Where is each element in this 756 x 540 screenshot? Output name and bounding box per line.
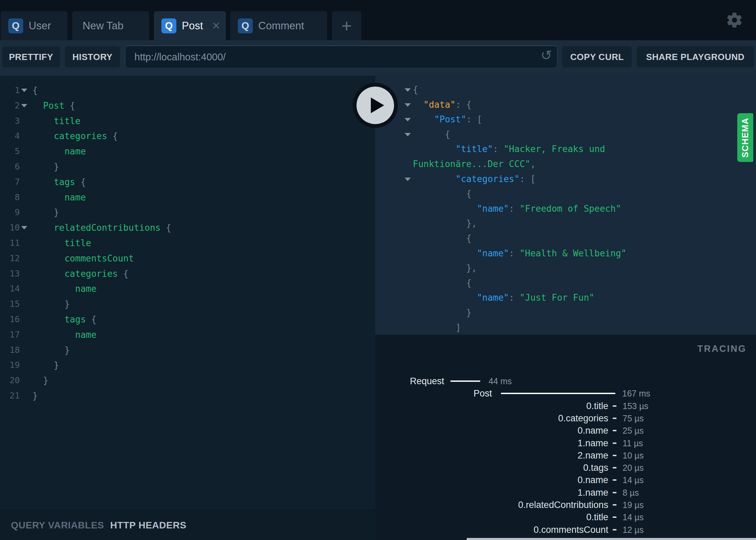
query-variables-toggle[interactable]: QUERY VARIABLES	[11, 520, 104, 531]
tracing-field-label: 0.title	[375, 511, 608, 523]
editor-line[interactable]: 20 }	[0, 373, 375, 388]
tracing-dash	[613, 516, 616, 518]
endpoint-input[interactable]	[125, 45, 557, 69]
line-number: 18	[0, 343, 20, 358]
fold-arrow-icon[interactable]	[405, 103, 411, 107]
editor-line[interactable]: 14 name	[0, 281, 375, 297]
response-line: {	[375, 231, 756, 246]
editor-line[interactable]: 9 }	[0, 205, 375, 220]
tracing-duration-value: 25 µs	[623, 424, 644, 437]
tracing-field-label: Request	[375, 375, 444, 387]
fold-arrow-icon[interactable]	[21, 89, 27, 92]
editor-line[interactable]: 11 title	[0, 236, 375, 251]
editor-line[interactable]: 13 categories {	[0, 266, 375, 282]
fold-arrow-icon[interactable]	[405, 88, 411, 92]
query-editor[interactable]: 1{2 Post {3 title4 categories {5 name6 }…	[0, 76, 375, 510]
code-text: "categories": [	[413, 172, 536, 187]
editor-line[interactable]: 19 }	[0, 358, 375, 373]
code-text: }	[32, 205, 59, 220]
editor-line[interactable]: 7 tags {	[0, 175, 375, 190]
tracing-row: Post167 ms	[375, 387, 756, 400]
tracing-dash	[613, 442, 616, 444]
tracing-dash	[613, 529, 616, 530]
editor-line[interactable]: 6 }	[0, 159, 375, 175]
response-line: },	[375, 216, 756, 231]
response-line: "name": "Freedom of Speech"	[375, 201, 756, 216]
response-viewer: { "data": { "Post": [ { "title": "Hacker…	[375, 76, 756, 335]
tab-new-tab[interactable]: New Tab	[72, 11, 149, 40]
code-text: }	[32, 358, 59, 373]
code-text: categories {	[32, 129, 118, 144]
fold-arrow-icon[interactable]	[21, 104, 27, 107]
editor-line[interactable]: 3 title	[0, 114, 375, 129]
editor-line[interactable]: 18 }	[0, 343, 375, 358]
line-number: 6	[0, 159, 20, 175]
code-text: "name": "Just For Fun"	[413, 290, 594, 305]
tab-post[interactable]: Q Post ✕	[154, 11, 226, 40]
line-number: 17	[0, 327, 20, 343]
query-badge-icon: Q	[238, 18, 253, 33]
tracing-dash	[613, 467, 616, 468]
tracing-row: Request44 ms	[375, 375, 756, 387]
editor-line[interactable]: 4 categories {	[0, 129, 375, 144]
response-line: "title": "Hacker, Freaks und	[375, 142, 756, 157]
editor-line[interactable]: 15 }	[0, 297, 375, 312]
fold-arrow-icon[interactable]	[405, 178, 411, 181]
schema-side-tab[interactable]: SCHEMA	[737, 113, 753, 162]
code-text: }	[413, 305, 471, 320]
tracing-field-label: 1.name	[375, 486, 608, 499]
http-headers-toggle[interactable]: HTTP HEADERS	[110, 520, 186, 531]
editor-line[interactable]: 2 Post {	[0, 98, 375, 114]
tab-comment[interactable]: Q Comment	[230, 11, 327, 40]
fold-arrow-icon[interactable]	[405, 118, 411, 121]
code-text: }	[32, 388, 38, 404]
editor-line[interactable]: 12 commentsCount	[0, 251, 375, 266]
editor-line[interactable]: 21}	[0, 388, 375, 404]
tracing-duration-value: 167 ms	[622, 387, 650, 400]
response-line: {	[375, 186, 756, 201]
copy-curl-button[interactable]: COPY CURL	[562, 46, 632, 68]
editor-line[interactable]: 5 name	[0, 144, 375, 159]
editor-line[interactable]: 1{	[0, 83, 375, 98]
tracing-field-label: 0.name	[375, 424, 608, 437]
code-text: name	[32, 190, 86, 205]
code-text: name	[32, 327, 97, 343]
endpoint-field-wrap: ↺	[125, 45, 557, 69]
tracing-dash	[613, 455, 616, 456]
reload-icon[interactable]: ↺	[540, 47, 552, 63]
tracing-field-label: 0.relatedContributions	[375, 499, 608, 511]
schema-tab-label: SCHEMA	[740, 118, 750, 158]
editor-line[interactable]: 10 relatedContributions {	[0, 220, 375, 236]
code-text: Post {	[32, 98, 75, 114]
tracing-duration-value: 8 µs	[623, 486, 639, 499]
tracing-row: 0.name25 µs	[375, 424, 756, 437]
share-playground-button[interactable]: SHARE PLAYGROUND	[637, 46, 754, 68]
fold-arrow-icon[interactable]	[21, 226, 27, 229]
tracing-row: 0.categories75 µs	[375, 412, 756, 424]
tracing-dash	[613, 492, 616, 493]
code-text: "name": "Freedom of Speech"	[413, 201, 621, 216]
query-editor-lines: 1{2 Post {3 title4 categories {5 name6 }…	[0, 76, 375, 404]
tab-user[interactable]: Q User	[1, 11, 68, 40]
add-tab-button[interactable]: +	[332, 11, 361, 40]
history-button[interactable]: HISTORY	[65, 46, 120, 68]
fold-arrow-icon[interactable]	[405, 133, 411, 136]
horizontal-scrollbar[interactable]	[467, 538, 756, 540]
prettify-button[interactable]: PRETTIFY	[2, 46, 60, 68]
response-line: {	[375, 276, 756, 291]
tracing-row: 1.name11 µs	[375, 437, 756, 449]
response-line: {	[375, 127, 756, 142]
execute-query-button[interactable]	[352, 82, 399, 129]
tracing-row: 0.title14 µs	[375, 511, 756, 523]
line-number: 2	[0, 98, 20, 114]
editor-line[interactable]: 16 tags {	[0, 312, 375, 327]
editor-line[interactable]: 8 name	[0, 190, 375, 205]
editor-line[interactable]: 17 name	[0, 327, 375, 343]
settings-gear-icon[interactable]	[726, 11, 743, 29]
tracing-duration-bar	[501, 393, 615, 394]
response-line: "categories": [	[375, 172, 756, 187]
close-tab-icon[interactable]: ✕	[212, 20, 220, 32]
code-text: }	[32, 159, 59, 175]
query-badge-icon: Q	[161, 18, 176, 33]
tracing-row: 0.relatedContributions19 µs	[375, 499, 756, 511]
